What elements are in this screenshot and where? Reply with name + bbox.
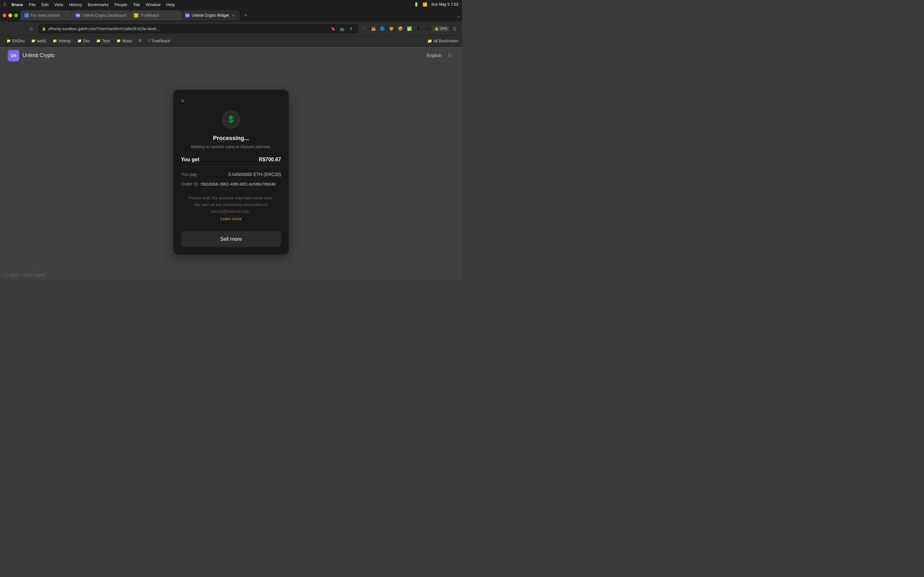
tab-favicon-for-every: 🌐: [24, 13, 29, 18]
tab-close-widget[interactable]: ✕: [231, 13, 236, 18]
all-bookmarks-label: All Bookmarks: [433, 39, 458, 43]
address-bar[interactable]: 🔒 offramp-sandbox.gatefi.com/?merchantId…: [39, 24, 358, 34]
tab-list-chevron[interactable]: ⌄: [455, 11, 462, 20]
menu-edit[interactable]: Edit: [41, 2, 48, 7]
widget-card: ≡ 💲 Processing... Waiting to receive coi…: [173, 90, 289, 254]
share-button[interactable]: ⬆: [347, 25, 355, 33]
bookmark-music[interactable]: 📁 Music: [114, 38, 135, 44]
app-logo: Un Unlimit Crypto: [8, 50, 55, 61]
bookmark-airdrop[interactable]: 📁 Airdrop: [50, 38, 73, 44]
ext-icon-2[interactable]: 🦁: [388, 25, 395, 33]
bookmark-music-label: Music: [122, 39, 132, 43]
tab-favicon-truereach: T: [134, 13, 138, 18]
bookmark-p[interactable]: P: [136, 38, 144, 44]
tab-unlimit-widget[interactable]: Un Unlimit Crypto Widget ✕: [181, 10, 240, 21]
menu-window[interactable]: Window: [145, 2, 160, 7]
menu-view[interactable]: View: [54, 2, 63, 7]
processing-title: Processing...: [181, 135, 281, 142]
time-display: Sun May 5 7:53: [431, 2, 458, 7]
widget-body: ≡ 💲 Processing... Waiting to receive coi…: [173, 90, 289, 231]
menu-bookmarks[interactable]: Bookmarks: [88, 2, 109, 7]
folder-icon-3: 📁: [53, 39, 57, 43]
bookmark-web3-label: web3: [37, 39, 46, 43]
you-pay-label: You pay: [181, 172, 197, 177]
app-header: Un Unlimit Crypto English ↻: [0, 47, 462, 64]
footer-copyright: © 2009 — 2024 Unlimit: [5, 273, 45, 277]
forward-button[interactable]: →: [15, 24, 24, 33]
language-selector[interactable]: English: [427, 53, 441, 58]
widget-menu-icon[interactable]: ≡: [181, 97, 281, 104]
apple-menu[interactable]: : [4, 2, 6, 7]
bookmark-web3[interactable]: 📁 web3: [29, 38, 49, 44]
app-header-right: English ↻: [427, 51, 454, 60]
bookmark-dev-label: Dev: [83, 39, 90, 43]
app-logo-name: Unlimit Crypto: [23, 53, 55, 58]
bookmark-ethddev-label: EthDev: [12, 39, 25, 43]
notice-area: Please wait, the process may take some t…: [181, 189, 281, 226]
brave-shield-icon[interactable]: 🛡: [360, 25, 368, 33]
you-pay-row: You pay 0.04500000 ETH (ERC20): [181, 169, 281, 179]
battery-icon: 🔋: [414, 2, 419, 7]
tab-for-every-human[interactable]: 🌐 For every human: [21, 10, 72, 21]
menu-people[interactable]: People: [115, 2, 128, 7]
notice-email: torus3@hotmail.com.: [211, 209, 250, 214]
traffic-light-close[interactable]: [3, 13, 6, 17]
sidebar-toggle[interactable]: ▭: [423, 25, 431, 33]
new-tab-button[interactable]: +: [241, 11, 250, 20]
header-refresh-button[interactable]: ↻: [445, 51, 454, 60]
notice-line1: Please wait, the process may take some t…: [189, 195, 273, 200]
sell-more-button[interactable]: Sell more: [181, 231, 281, 247]
tab-label-unlimit-dashboard: Unlimit Crypto Dashboard: [82, 13, 126, 18]
notice-text: Please wait, the process may take some t…: [181, 195, 281, 215]
menu-help[interactable]: Help: [166, 2, 175, 7]
bookmark-ethddev[interactable]: 📁 EthDev: [4, 38, 27, 44]
bookmark-dev[interactable]: 📁 Dev: [75, 38, 92, 44]
bookmark-page-button[interactable]: 🔖: [329, 25, 337, 33]
metamask-icon[interactable]: 🦊: [370, 25, 377, 33]
ext-icon-3[interactable]: 📦: [397, 25, 404, 33]
folder-icon-6: 📁: [116, 39, 121, 43]
all-bookmarks[interactable]: 📁 All Bookmarks: [427, 39, 458, 43]
tab-favicon-unlimit: Un: [76, 13, 80, 18]
ext-icon-5[interactable]: ⬇: [415, 25, 422, 33]
traffic-light-minimize[interactable]: [8, 13, 12, 17]
bookmark-airdrop-label: Airdrop: [58, 39, 71, 43]
browser-menu-button[interactable]: ☰: [451, 25, 458, 33]
tab-unlimit-dashboard[interactable]: Un Unlimit Crypto Dashboard: [72, 10, 130, 21]
bookmark-truereach-label: TrueReach: [152, 39, 170, 43]
menu-brave[interactable]: Brave: [11, 2, 23, 7]
ext-icon-1[interactable]: 🔵: [379, 25, 386, 33]
tab-row: 🌐 For every human Un Unlimit Crypto Dash…: [0, 9, 462, 22]
main-content: Un Unlimit Crypto English ↻ ≡ 💲 Processi…: [0, 47, 462, 280]
truereach-favicon: T: [148, 39, 150, 43]
address-actions: 🔖 📺 ⬆: [329, 25, 355, 33]
processing-icon-wrap: 💲: [181, 111, 281, 129]
traffic-light-maximize[interactable]: [14, 13, 18, 17]
menu-history[interactable]: History: [69, 2, 82, 7]
folder-icon-4: 📁: [78, 39, 82, 43]
tab-label-truereach: TrueReach: [140, 13, 178, 18]
order-id-value: f38180b6-3962-48f6-96f1-bc5f6b79b04d: [201, 182, 276, 187]
reload-button[interactable]: ↻: [27, 24, 36, 33]
tab-truereach[interactable]: T TrueReach: [130, 10, 181, 21]
url-display: offramp-sandbox.gatefi.com/?merchantId=f…: [48, 27, 327, 31]
ext-icon-4[interactable]: ✅: [405, 25, 413, 33]
tab-label-widget: Unlimit Crypto Widget: [192, 13, 229, 18]
cast-button[interactable]: 📺: [338, 25, 346, 33]
menu-tab[interactable]: Tab: [133, 2, 140, 7]
order-id-row: Order ID f38180b6-3962-48f6-96f1-bc5f6b7…: [181, 179, 281, 189]
dollar-sign-icon: 💲: [227, 115, 236, 124]
you-get-value: R$700.67: [259, 157, 281, 163]
menu-file[interactable]: File: [29, 2, 36, 7]
vpn-badge[interactable]: 🔒 VPN: [433, 26, 449, 31]
you-pay-value: 0.04500000 ETH (ERC20): [228, 172, 281, 177]
bookmark-truereach[interactable]: T TrueReach: [145, 38, 173, 44]
folder-icon-5: 📁: [96, 39, 101, 43]
processing-icon: 💲: [222, 111, 240, 129]
learn-more-link[interactable]: Learn more: [181, 216, 281, 221]
all-bookmarks-icon: 📁: [427, 39, 432, 43]
back-button[interactable]: ←: [4, 24, 13, 33]
menu-bar-right: 🔋 📶 Sun May 5 7:53: [414, 2, 458, 7]
traffic-lights: [0, 13, 21, 17]
bookmark-tech[interactable]: 📁 Tech: [94, 38, 113, 44]
